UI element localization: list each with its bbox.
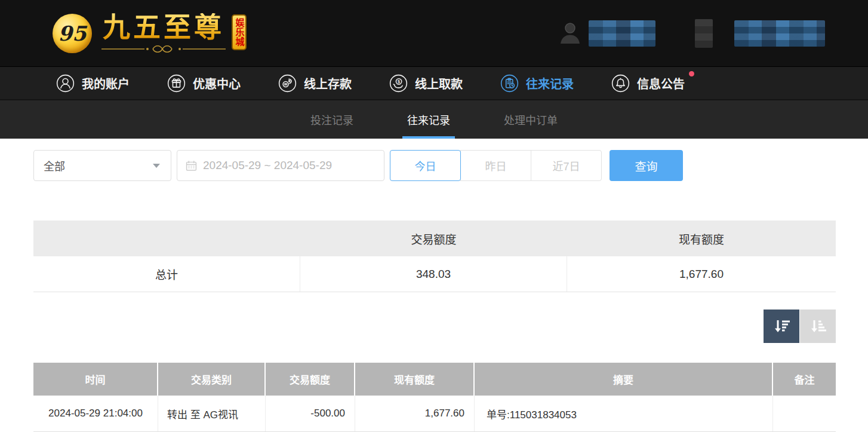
sort-amount-asc-icon	[808, 316, 828, 336]
masked-balance-block	[734, 20, 825, 47]
tab-transaction-records[interactable]: 往来记录	[395, 100, 462, 139]
col-header-balance: 现有额度	[355, 363, 475, 396]
date-range-input[interactable]: 2024-05-29 ~ 2024-05-29	[177, 150, 384, 181]
site-header: 95 九五至尊 娱乐城	[0, 0, 868, 67]
type-select-value: 全部	[44, 158, 65, 173]
logo-flourish-icon	[100, 44, 227, 54]
records-header-row: 时间 交易类别 交易额度 现有额度 摘要 备注	[33, 363, 836, 396]
col-header-type: 交易类别	[158, 363, 266, 396]
cell-amount: -500.00	[266, 396, 355, 431]
cell-note	[773, 396, 836, 431]
nav-label: 线上存款	[304, 75, 352, 92]
nav-label: 信息公告	[637, 75, 685, 92]
svg-text:$: $	[398, 78, 400, 84]
summary-header-empty	[33, 220, 300, 256]
cell-summary: 单号:115031834053	[475, 396, 773, 431]
user-avatar-icon	[558, 20, 583, 47]
today-button[interactable]: 今日	[390, 150, 461, 181]
summary-header-trade-amount: 交易额度	[300, 220, 567, 256]
calendar-icon	[186, 160, 197, 171]
nav-item-promotions[interactable]: 优惠中心	[167, 74, 241, 93]
caret-down-icon	[153, 164, 160, 168]
col-header-time: 时间	[33, 363, 158, 396]
summary-header-row: 交易额度 现有额度	[33, 220, 836, 256]
nav-item-my-account[interactable]: 我的账户	[56, 74, 130, 93]
withdraw-icon: $	[389, 74, 408, 93]
nav-item-announcements[interactable]: 信息公告	[611, 74, 685, 93]
summary-trade-amount-value: 348.03	[300, 256, 567, 292]
sort-controls	[33, 310, 836, 343]
cell-time: 2024-05-29 21:04:00	[33, 396, 158, 431]
last7days-button[interactable]: 近7日	[531, 150, 602, 181]
sort-amount-desc-icon	[771, 316, 792, 336]
user-icon	[56, 74, 75, 93]
nav-item-transaction-records[interactable]: 往来记录	[500, 74, 574, 93]
tab-label: 投注记录	[310, 112, 353, 127]
nav-label: 线上取款	[415, 75, 463, 92]
gift-icon	[167, 74, 186, 93]
logo-main: 九五至尊	[100, 13, 227, 54]
user-area	[558, 19, 825, 48]
col-header-note: 备注	[773, 363, 836, 396]
deposit-icon	[278, 74, 297, 93]
notification-dot	[689, 71, 694, 76]
logo-number: 95	[58, 22, 86, 45]
date-range-value: 2024-05-29 ~ 2024-05-29	[203, 159, 332, 172]
col-header-amount: 交易额度	[266, 363, 355, 396]
tab-label: 往来记录	[407, 112, 450, 127]
bell-icon	[611, 74, 630, 93]
sort-desc-button[interactable]	[764, 310, 799, 343]
summary-total-label: 总计	[33, 256, 300, 292]
tab-label: 处理中订单	[504, 112, 558, 127]
site-logo[interactable]: 95 九五至尊 娱乐城	[53, 13, 247, 54]
yesterday-button[interactable]: 昨日	[460, 150, 531, 181]
logo-text: 九五至尊	[103, 13, 224, 41]
quick-date-group: 今日 昨日 近7日	[390, 150, 602, 181]
logo-95-icon: 95	[53, 14, 92, 53]
summary-balance-value: 1,677.60	[567, 256, 836, 292]
masked-icon-block	[695, 19, 713, 48]
logo-badge: 娱乐城	[232, 14, 247, 50]
main-content: 全部 2024-05-29 ~ 2024-05-29 今日 昨日 近7日 查询 …	[0, 150, 868, 432]
nav-item-withdraw[interactable]: $ 线上取款	[389, 74, 463, 93]
sort-asc-button[interactable]	[800, 310, 836, 343]
col-header-summary: 摘要	[475, 363, 773, 396]
records-table: 时间 交易类别 交易额度 现有额度 摘要 备注 2024-05-29 21:04…	[33, 363, 836, 432]
records-icon	[500, 74, 519, 93]
summary-header-balance: 现有额度	[567, 220, 836, 256]
summary-table: 交易额度 现有额度 总计 348.03 1,677.60	[33, 220, 836, 292]
type-select[interactable]: 全部	[33, 150, 171, 181]
nav-label: 往来记录	[526, 75, 574, 92]
nav-item-deposit[interactable]: 线上存款	[278, 74, 352, 93]
cell-type: 转出 至 AG视讯	[158, 396, 266, 431]
cell-balance: 1,677.60	[355, 396, 475, 431]
table-row: 2024-05-29 21:04:00 转出 至 AG视讯 -500.00 1,…	[33, 396, 836, 432]
tab-processing-orders[interactable]: 处理中订单	[492, 100, 570, 139]
query-button[interactable]: 查询	[610, 150, 683, 181]
sub-tabbar: 投注记录 往来记录 处理中订单	[0, 100, 868, 139]
masked-username-block	[589, 20, 655, 47]
filter-row: 全部 2024-05-29 ~ 2024-05-29 今日 昨日 近7日 查询	[33, 150, 836, 181]
tab-betting-records[interactable]: 投注记录	[298, 100, 365, 139]
main-nav: 我的账户 优惠中心 线上存款 $ 线上取款	[0, 67, 868, 100]
nav-label: 优惠中心	[193, 75, 241, 92]
nav-label: 我的账户	[82, 75, 130, 92]
summary-total-row: 总计 348.03 1,677.60	[33, 256, 836, 292]
